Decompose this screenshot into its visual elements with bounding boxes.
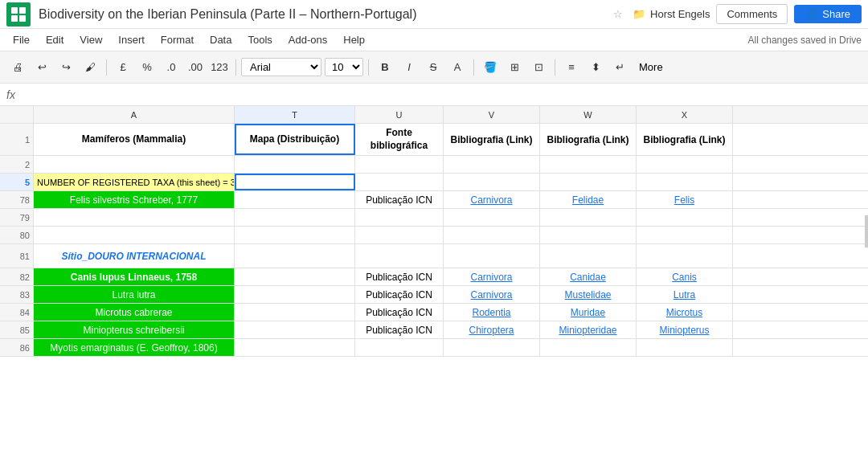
cell-x86[interactable] (637, 339, 733, 356)
cell-u82[interactable]: Publicação ICN (355, 268, 444, 285)
borders-button[interactable]: ⊞ (503, 56, 526, 79)
menu-insert[interactable]: Insert (112, 31, 151, 48)
align-button[interactable]: ≡ (560, 56, 583, 79)
valign-button[interactable]: ⬍ (584, 56, 607, 79)
cell-v85[interactable]: Chiroptera (444, 321, 540, 338)
number-format-button[interactable]: 123 (208, 56, 231, 79)
cell-v86[interactable] (444, 339, 540, 356)
cell-x85[interactable]: Miniopterus (637, 321, 733, 338)
cell-a81[interactable]: Sítio_DOURO INTERNACIONAL (34, 244, 235, 268)
decimal-inc-button[interactable]: .00 (184, 56, 207, 79)
col-header-a[interactable]: A (34, 106, 235, 123)
cell-x83[interactable]: Lutra (637, 286, 733, 303)
cell-t80[interactable] (235, 227, 355, 243)
cell-w81[interactable] (540, 244, 637, 268)
menu-addons[interactable]: Add-ons (282, 31, 334, 48)
cell-x2[interactable] (637, 156, 733, 173)
cell-a79[interactable] (34, 209, 235, 226)
print-button[interactable]: 🖨 (6, 56, 29, 79)
percent-button[interactable]: % (136, 56, 158, 79)
cell-t79[interactable] (235, 209, 355, 226)
cell-u83[interactable]: Publicação ICN (355, 286, 444, 303)
cell-a82[interactable]: Canis lupus Linnaeus, 1758 (34, 268, 235, 285)
cell-u84[interactable]: Publicação ICN (355, 304, 444, 321)
col-header-w[interactable]: W (540, 106, 637, 123)
menu-tools[interactable]: Tools (241, 31, 278, 48)
cell-t84[interactable] (235, 304, 355, 321)
cell-x1[interactable]: Bibliografia (Link) (637, 124, 733, 155)
cell-v1[interactable]: Bibliografia (Link) (444, 124, 540, 155)
cell-t82[interactable] (235, 268, 355, 285)
currency-button[interactable]: £ (112, 56, 134, 79)
font-selector[interactable]: Arial (241, 58, 321, 76)
cell-u81[interactable] (355, 244, 444, 268)
cell-v78[interactable]: Carnivora (444, 191, 540, 208)
cell-u78[interactable]: Publicação ICN (355, 191, 444, 208)
cell-u80[interactable] (355, 227, 444, 243)
cell-t78[interactable] (235, 191, 355, 208)
cell-t2[interactable] (235, 156, 355, 173)
cell-u79[interactable] (355, 209, 444, 226)
undo-button[interactable]: ↩ (31, 56, 53, 79)
cell-w2[interactable] (540, 156, 637, 173)
strikethrough-button[interactable]: S (422, 56, 444, 79)
share-button[interactable]: 👤 Share (794, 5, 862, 23)
cell-t81[interactable] (235, 244, 355, 268)
cell-w83[interactable]: Mustelidae (540, 286, 637, 303)
text-color-button[interactable]: A (446, 56, 469, 79)
cell-w82[interactable]: Canidae (540, 268, 637, 285)
star-icon[interactable]: ☆ (613, 8, 623, 20)
resize-handle[interactable] (865, 215, 868, 247)
cell-w79[interactable] (540, 209, 637, 226)
menu-format[interactable]: Format (154, 31, 200, 48)
cell-a84[interactable]: Microtus cabrerae (34, 304, 235, 321)
cell-v84[interactable]: Rodentia (444, 304, 540, 321)
redo-button[interactable]: ↪ (55, 56, 77, 79)
cell-a86[interactable]: Myotis emarginatus (E. Geoffroy, 1806) (34, 339, 235, 356)
cell-u85[interactable]: Publicação ICN (355, 321, 444, 338)
cell-w5[interactable] (540, 174, 637, 190)
bold-button[interactable]: B (374, 56, 396, 79)
cell-a85[interactable]: Miniopterus schreibersii (34, 321, 235, 338)
fill-color-button[interactable]: 🪣 (479, 56, 502, 79)
merge-button[interactable]: ⊡ (527, 56, 550, 79)
decimal-button[interactable]: .0 (160, 56, 182, 79)
menu-edit[interactable]: Edit (39, 31, 70, 48)
cell-x78[interactable]: Felis (637, 191, 733, 208)
col-header-t[interactable]: T (235, 106, 355, 123)
menu-help[interactable]: Help (337, 31, 371, 48)
cell-x79[interactable] (637, 209, 733, 226)
cell-a1[interactable]: Mamíferos (Mammalia) (34, 124, 235, 155)
font-size-selector[interactable]: 10 (325, 58, 363, 76)
cell-x5[interactable] (637, 174, 733, 190)
cell-v81[interactable] (444, 244, 540, 268)
col-header-x[interactable]: X (637, 106, 733, 123)
folder-icon[interactable]: 📁 (633, 8, 645, 20)
cell-w1[interactable]: Bibliografia (Link) (540, 124, 637, 155)
cell-a2[interactable] (34, 156, 235, 173)
cell-x80[interactable] (637, 227, 733, 243)
cell-u1[interactable]: Fontebibliográfica (355, 124, 444, 155)
cell-v82[interactable]: Carnivora (444, 268, 540, 285)
comments-button[interactable]: Comments (716, 4, 788, 24)
cell-w86[interactable] (540, 339, 637, 356)
cell-a80[interactable] (34, 227, 235, 243)
cell-a83[interactable]: Lutra lutra (34, 286, 235, 303)
cell-x81[interactable] (637, 244, 733, 268)
more-button[interactable]: More (633, 59, 669, 76)
cell-a78[interactable]: Felis silvestris Schreber, 1777 (34, 191, 235, 208)
cell-w78[interactable]: Felidae (540, 191, 637, 208)
cell-v80[interactable] (444, 227, 540, 243)
wrap-button[interactable]: ↵ (608, 56, 631, 79)
cell-v2[interactable] (444, 156, 540, 173)
cell-a5[interactable]: NUMBER OF REGISTERED TAXA (this sheet) =… (34, 174, 235, 190)
cell-x84[interactable]: Microtus (637, 304, 733, 321)
cell-t85[interactable] (235, 321, 355, 338)
menu-data[interactable]: Data (203, 31, 238, 48)
cell-t83[interactable] (235, 286, 355, 303)
cell-t5[interactable] (235, 174, 355, 190)
paint-format-button[interactable]: 🖌 (79, 56, 101, 79)
cell-u86[interactable] (355, 339, 444, 356)
cell-v5[interactable] (444, 174, 540, 190)
cell-w80[interactable] (540, 227, 637, 243)
